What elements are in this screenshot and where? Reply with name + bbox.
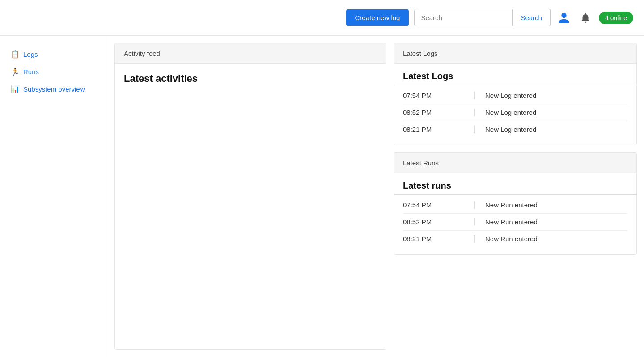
- run-message-1: New Run entered: [475, 201, 538, 209]
- log-message-2: New Log entered: [475, 109, 536, 116]
- sidebar-label-logs: Logs: [23, 50, 38, 58]
- log-time-3: 08:21 PM: [403, 126, 475, 133]
- latest-logs-panel: Latest Logs Latest Logs 07:54 PM New Log…: [394, 43, 637, 145]
- latest-logs-entries: 07:54 PM New Log entered 08:52 PM New Lo…: [394, 87, 636, 145]
- search-container: Search: [414, 9, 551, 26]
- sidebar: 📋 Logs 🏃 Runs 📊 Subsystem overview: [0, 36, 107, 357]
- sidebar-label-runs: Runs: [23, 68, 39, 76]
- log-entry-1: 07:54 PM New Log entered: [403, 87, 627, 104]
- main-layout: 📋 Logs 🏃 Runs 📊 Subsystem overview Activ…: [0, 36, 644, 357]
- run-entry-3: 08:21 PM New Run entered: [403, 231, 627, 247]
- log-time-2: 08:52 PM: [403, 109, 475, 116]
- log-time-1: 07:54 PM: [403, 92, 475, 99]
- run-entry-1: 07:54 PM New Run entered: [403, 197, 627, 214]
- run-message-2: New Run entered: [475, 218, 538, 226]
- user-icon-button[interactable]: [556, 10, 572, 26]
- run-entry-2: 08:52 PM New Run entered: [403, 214, 627, 231]
- topbar: Create new log Search 4 online: [0, 0, 644, 36]
- sidebar-item-runs[interactable]: 🏃 Runs: [7, 64, 100, 80]
- latest-logs-section-title: Latest Logs: [394, 64, 636, 85]
- latest-runs-panel-header: Latest Runs: [394, 153, 636, 173]
- right-panels: Latest Logs Latest Logs 07:54 PM New Log…: [394, 36, 644, 357]
- run-time-2: 08:52 PM: [403, 218, 475, 226]
- bell-icon: [580, 12, 591, 24]
- notification-bell-button[interactable]: [577, 10, 593, 26]
- activity-feed-panel: Activity feed Latest activities: [114, 43, 386, 350]
- latest-runs-panel: Latest Runs Latest runs 07:54 PM New Run…: [394, 152, 637, 255]
- runs-divider: [394, 194, 636, 195]
- activity-feed-title: Latest activities: [124, 73, 377, 84]
- main-content: Activity feed Latest activities Latest L…: [107, 36, 644, 357]
- activity-feed-header: Activity feed: [115, 43, 386, 64]
- sidebar-item-logs[interactable]: 📋 Logs: [7, 46, 100, 62]
- search-input[interactable]: [414, 9, 513, 26]
- sidebar-item-subsystem[interactable]: 📊 Subsystem overview: [7, 81, 100, 97]
- search-button[interactable]: Search: [513, 9, 551, 26]
- subsystem-icon: 📊: [11, 85, 20, 93]
- log-message-3: New Log entered: [475, 126, 536, 133]
- run-message-3: New Run entered: [475, 235, 538, 243]
- logs-icon: 📋: [11, 50, 20, 59]
- latest-runs-entries: 07:54 PM New Run entered 08:52 PM New Ru…: [394, 197, 636, 254]
- log-message-1: New Log entered: [475, 92, 536, 99]
- run-time-1: 07:54 PM: [403, 201, 475, 209]
- logs-divider: [394, 85, 636, 85]
- online-badge: 4 online: [599, 12, 633, 24]
- latest-logs-panel-header: Latest Logs: [394, 43, 636, 64]
- activity-feed-body: Latest activities: [115, 64, 386, 101]
- create-new-log-button[interactable]: Create new log: [346, 9, 409, 26]
- latest-runs-section-title: Latest runs: [394, 173, 636, 194]
- log-entry-2: 08:52 PM New Log entered: [403, 104, 627, 121]
- runs-icon: 🏃: [11, 67, 20, 76]
- sidebar-label-subsystem: Subsystem overview: [23, 85, 85, 93]
- user-icon: [558, 12, 570, 24]
- run-time-3: 08:21 PM: [403, 235, 475, 243]
- log-entry-3: 08:21 PM New Log entered: [403, 121, 627, 138]
